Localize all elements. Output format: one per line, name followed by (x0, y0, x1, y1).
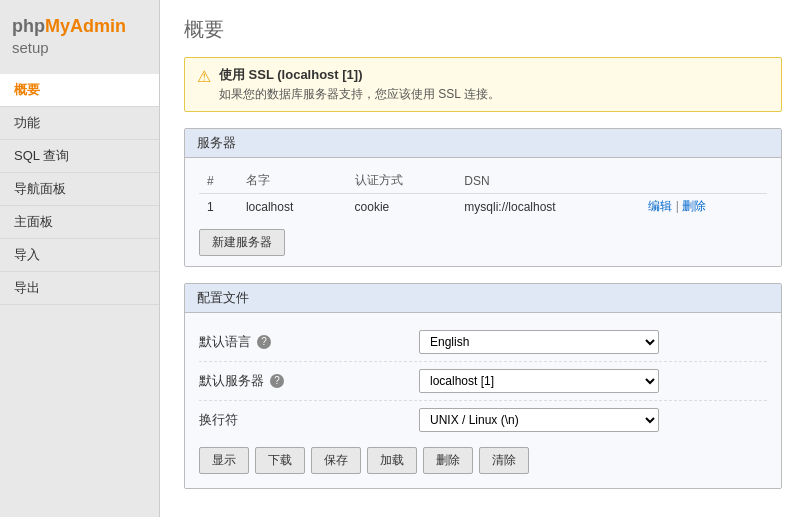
action-btn-2[interactable]: 保存 (311, 447, 361, 474)
server-table-body: 1 localhost cookie mysqli://localhost 编辑… (199, 194, 767, 220)
cell-actions: 编辑 | 删除 (640, 194, 767, 220)
page-title: 概要 (184, 16, 782, 43)
config-row-0: 默认语言?English (199, 323, 767, 362)
warning-title: 使用 SSL (localhost [1]) (219, 66, 500, 84)
config-control-1: localhost [1] (419, 369, 767, 393)
col-actions (640, 168, 767, 194)
main-content: 概要 ⚠ 使用 SSL (localhost [1]) 如果您的数据库服务器支持… (160, 0, 806, 517)
config-row-1: 默认服务器?localhost [1] (199, 362, 767, 401)
config-label-1: 默认服务器? (199, 372, 419, 390)
warning-body: 如果您的数据库服务器支持，您应该使用 SSL 连接。 (219, 86, 500, 103)
config-control-2: UNIX / Linux (\n) (419, 408, 767, 432)
action-btn-5[interactable]: 清除 (479, 447, 529, 474)
sidebar-item-nav-panel[interactable]: 导航面板 (0, 173, 159, 206)
help-icon-1[interactable]: ? (270, 374, 284, 388)
sidebar-item-features[interactable]: 功能 (0, 107, 159, 140)
sidebar-item-overview[interactable]: 概要 (0, 74, 159, 107)
app-logo: phpMyAdmin setup (0, 8, 159, 74)
sidebar: phpMyAdmin setup 概要功能SQL 查询导航面板主面板导入导出 (0, 0, 160, 517)
logo-setup: setup (12, 39, 49, 56)
sidebar-item-import[interactable]: 导入 (0, 239, 159, 272)
cell-dsn: mysqli://localhost (456, 194, 640, 220)
config-rows: 默认语言?English默认服务器?localhost [1]换行符UNIX /… (199, 323, 767, 439)
cell-num: 1 (199, 194, 238, 220)
edit-link[interactable]: 编辑 (648, 199, 672, 213)
action-btn-4[interactable]: 删除 (423, 447, 473, 474)
config-label-0: 默认语言? (199, 333, 419, 351)
servers-table: # 名字 认证方式 DSN 1 localhost cookie mysqli:… (199, 168, 767, 219)
new-server-button[interactable]: 新建服务器 (199, 229, 285, 256)
table-header-row: # 名字 认证方式 DSN (199, 168, 767, 194)
delete-link[interactable]: 删除 (682, 199, 706, 213)
config-panel: 配置文件 默认语言?English默认服务器?localhost [1]换行符U… (184, 283, 782, 489)
col-dsn: DSN (456, 168, 640, 194)
sidebar-item-export[interactable]: 导出 (0, 272, 159, 305)
table-row: 1 localhost cookie mysqli://localhost 编辑… (199, 194, 767, 220)
sidebar-item-dashboard[interactable]: 主面板 (0, 206, 159, 239)
cell-auth: cookie (347, 194, 457, 220)
warning-icon: ⚠ (197, 67, 211, 86)
config-control-0: English (419, 330, 767, 354)
config-header: 配置文件 (185, 284, 781, 313)
config-select-1[interactable]: localhost [1] (419, 369, 659, 393)
action-btn-0[interactable]: 显示 (199, 447, 249, 474)
ssl-warning: ⚠ 使用 SSL (localhost [1]) 如果您的数据库服务器支持，您应… (184, 57, 782, 112)
config-select-2[interactable]: UNIX / Linux (\n) (419, 408, 659, 432)
action-buttons-row: 显示下载保存加载删除清除 (199, 439, 767, 478)
col-name: 名字 (238, 168, 347, 194)
logo-myadmin: MyAdmin (45, 16, 126, 36)
col-num: # (199, 168, 238, 194)
config-label-2: 换行符 (199, 411, 419, 429)
sidebar-item-sql-query[interactable]: SQL 查询 (0, 140, 159, 173)
logo-php: php (12, 16, 45, 36)
config-row-2: 换行符UNIX / Linux (\n) (199, 401, 767, 439)
config-body: 默认语言?English默认服务器?localhost [1]换行符UNIX /… (185, 313, 781, 488)
config-select-0[interactable]: English (419, 330, 659, 354)
help-icon-0[interactable]: ? (257, 335, 271, 349)
sidebar-nav: 概要功能SQL 查询导航面板主面板导入导出 (0, 74, 159, 305)
action-btn-3[interactable]: 加载 (367, 447, 417, 474)
servers-header: 服务器 (185, 129, 781, 158)
servers-panel: 服务器 # 名字 认证方式 DSN 1 localhost cookie mys… (184, 128, 782, 267)
servers-body: # 名字 认证方式 DSN 1 localhost cookie mysqli:… (185, 158, 781, 266)
col-auth: 认证方式 (347, 168, 457, 194)
cell-name: localhost (238, 194, 347, 220)
warning-content: 使用 SSL (localhost [1]) 如果您的数据库服务器支持，您应该使… (219, 66, 500, 103)
action-btn-1[interactable]: 下载 (255, 447, 305, 474)
